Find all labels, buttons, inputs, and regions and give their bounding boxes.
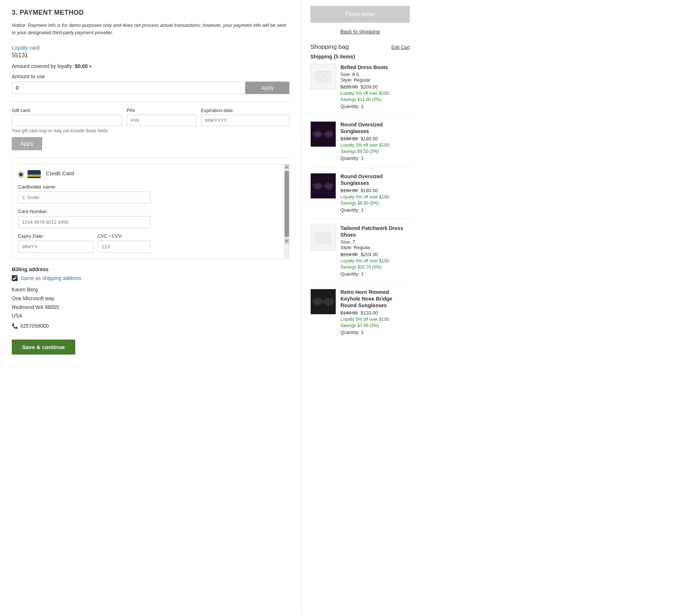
expiration-input[interactable] (201, 115, 289, 126)
expiry-input[interactable] (18, 241, 93, 253)
item-image (310, 173, 336, 199)
item-size: Size: 6.5 (340, 72, 410, 77)
item-details: Round Oversized Sunglasses $190.00 $180.… (340, 121, 410, 161)
shipping-label: Shipping (5 items) (310, 54, 410, 60)
cart-item: Belted Dress Boots Size: 6.5 Style: Regu… (310, 64, 410, 115)
loyalty-number: 55131 (12, 52, 289, 59)
svg-point-15 (314, 183, 321, 188)
item-style: Style: Regular (340, 77, 410, 83)
gift-card-apply-button[interactable]: Apply (12, 137, 42, 150)
cvc-input[interactable] (98, 241, 150, 253)
gift-card-input[interactable] (12, 115, 122, 126)
svg-point-26 (325, 299, 332, 304)
loyalty-apply-button[interactable]: Apply (245, 82, 289, 94)
price-original: $190.00 (340, 188, 358, 193)
billing-address1: One Microsoft way (12, 294, 289, 303)
loyalty-savings: Loyalty 5% off over $100:Savings $10.70 … (340, 258, 410, 270)
phone-icon: 📞 (12, 322, 18, 331)
amount-input[interactable] (12, 82, 245, 94)
price-sale: $133.00 (361, 310, 378, 316)
gift-card-label: Gift card (12, 108, 122, 113)
credit-card-radio[interactable] (18, 172, 24, 177)
loyalty-savings: Loyalty 5% off over $100:Savings $7.00 (… (340, 316, 410, 329)
cvc-label: CVC / CVV: (98, 233, 150, 239)
expiration-label: Expiration date (201, 108, 289, 113)
item-details: Round Oversized Sunglasses $190.00 $180.… (340, 173, 410, 213)
price-original: $140.00 (340, 310, 358, 316)
section-title: 3. PAYMENT METHOD (12, 9, 289, 17)
svg-line-24 (333, 300, 334, 301)
payment-method-label: Credit Card (46, 170, 74, 176)
same-as-shipping-checkbox[interactable] (12, 275, 18, 281)
item-image (310, 121, 336, 147)
edit-cart-link[interactable]: Edit Cart (391, 44, 410, 50)
item-image (310, 64, 336, 90)
cardholder-label: Cardholder name: (18, 184, 278, 190)
back-to-shopping-link[interactable]: Back to shopping (340, 29, 380, 35)
scroll-up-arrow[interactable]: ▲ (285, 164, 289, 169)
item-name: Tailored Patchwork Dress Shoes (340, 225, 410, 238)
billing-name: Karen Berg (12, 286, 289, 294)
loyalty-savings: Loyalty 5% off over $100:Savings $11.00 … (340, 90, 410, 103)
item-details: Belted Dress Boots Size: 6.5 Style: Regu… (340, 64, 410, 109)
price-row: $220.00 $209.00 (340, 84, 410, 90)
price-sale: $180.50 (361, 188, 378, 193)
credit-card-icon (28, 170, 41, 178)
item-style: Style: Regular (340, 245, 410, 250)
cart-item: Tailored Patchwork Dress Shoes Size: 7 S… (310, 225, 410, 283)
item-size: Size: 7 (340, 239, 410, 245)
item-quantity: Quantity: 1 (340, 155, 410, 161)
loyalty-savings: Loyalty 5% off over $100:Savings $9.50 (… (340, 194, 410, 207)
save-continue-button[interactable]: Save & continue (12, 340, 75, 355)
payment-scroll-area: Credit Card Cardholder name: Card Number… (12, 164, 284, 259)
price-row: $214.00 $203.30 (340, 252, 410, 257)
place-order-button[interactable]: Place order (310, 6, 410, 23)
amount-to-use-label: Amount to use (12, 73, 289, 79)
billing-title: Billing address (12, 266, 289, 272)
price-row: $140.00 $133.00 (340, 310, 410, 316)
card-number-label: Card Number: (18, 209, 278, 214)
item-quantity: Quantity: 1 (340, 330, 410, 335)
price-original: $190.00 (340, 136, 358, 141)
price-sale: $203.30 (361, 252, 378, 257)
item-quantity: Quantity: 1 (340, 271, 410, 277)
item-quantity: Quantity: 1 (340, 207, 410, 213)
loyalty-covered-amount: $0.00 (75, 63, 88, 69)
price-original: $214.00 (340, 252, 358, 257)
loyalty-covered-row: Amount covered by loyalty: $0.00 ▾ (12, 63, 289, 69)
svg-line-14 (333, 184, 334, 185)
item-details: Tailored Patchwork Dress Shoes Size: 7 S… (340, 225, 410, 277)
item-name: Belted Dress Boots (340, 64, 410, 71)
pin-label: PIN (127, 108, 196, 113)
cart-item: Retro Horn Rimmed Keyhole Nose Bridge Ro… (310, 289, 410, 341)
item-name: Round Oversized Sunglasses (340, 121, 410, 134)
svg-point-9 (325, 132, 332, 137)
billing-address2: Redmond WA 98055 (12, 303, 289, 312)
billing-country: USA (12, 312, 289, 320)
svg-line-13 (312, 184, 313, 185)
loyalty-dropdown-arrow[interactable]: ▾ (89, 64, 91, 69)
loyalty-covered-label: Amount covered by loyalty: (12, 63, 73, 69)
notice-text: Notice: Payment info is for demo purpose… (12, 22, 289, 36)
price-sale: $209.00 (361, 84, 378, 90)
price-original: $220.00 (340, 84, 358, 90)
shopping-bag-title: Shopping bag (310, 43, 349, 51)
item-name: Round Oversized Sunglasses (340, 173, 410, 186)
item-image (310, 289, 336, 315)
svg-point-16 (325, 183, 332, 188)
price-row: $190.00 $180.50 (340, 136, 410, 141)
cart-item: Round Oversized Sunglasses $190.00 $180.… (310, 121, 410, 167)
scroll-down-arrow[interactable]: ▼ (285, 238, 289, 244)
loyalty-savings: Loyalty 5% off over $100:Savings $9.50 (… (340, 142, 410, 155)
pin-input[interactable] (127, 115, 196, 126)
item-image (310, 225, 336, 251)
svg-point-25 (314, 299, 321, 304)
item-details: Retro Horn Rimmed Keyhole Nose Bridge Ro… (340, 289, 410, 335)
card-number-input[interactable] (18, 216, 150, 228)
loyalty-card-label: Loyalty card (12, 45, 289, 51)
cardholder-input[interactable] (18, 191, 150, 204)
price-row: $190.00 $180.50 (340, 188, 410, 193)
item-quantity: Quantity: 1 (340, 104, 410, 109)
scroll-thumb[interactable] (285, 171, 289, 237)
svg-line-23 (312, 300, 313, 301)
